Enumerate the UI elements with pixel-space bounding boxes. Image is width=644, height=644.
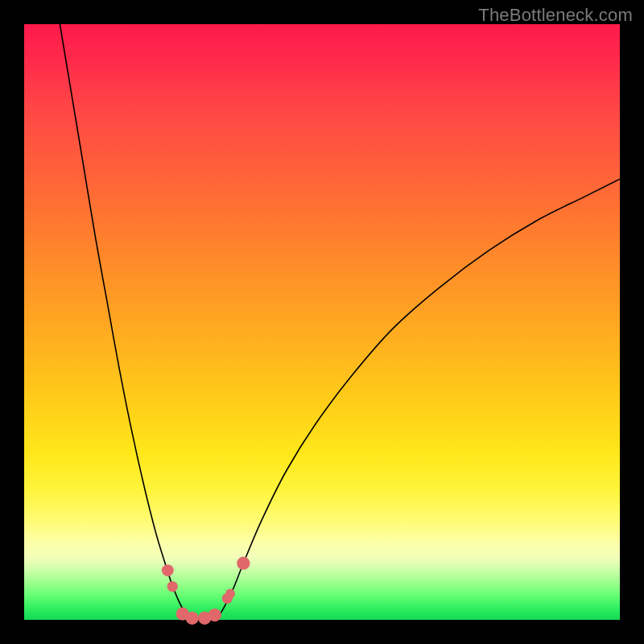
marker-bottom-b (186, 612, 199, 625)
marker-bottom-d (208, 609, 221, 621)
marker-left-b (167, 581, 178, 592)
curve-group (60, 24, 620, 620)
chart-frame: TheBottleneck.com (0, 0, 644, 644)
marker-group (162, 557, 250, 625)
series-right-curve (217, 179, 620, 617)
marker-right-b (225, 589, 235, 599)
marker-right-c (237, 557, 250, 570)
watermark-text: TheBottleneck.com (478, 5, 633, 26)
curve-overlay (24, 24, 620, 620)
marker-left-a (162, 564, 174, 576)
plot-area (24, 24, 620, 620)
series-left-curve (60, 24, 188, 618)
